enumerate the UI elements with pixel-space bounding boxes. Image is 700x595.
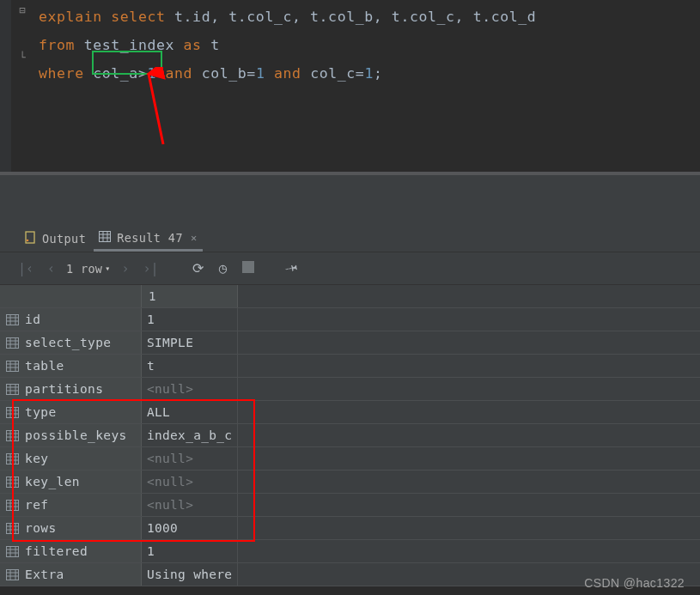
table-icon xyxy=(6,523,19,534)
op-eq-2: = xyxy=(356,65,365,82)
keyword-from: from xyxy=(39,37,75,53)
table-icon xyxy=(6,407,19,418)
table-icon xyxy=(6,384,19,395)
row-header-cell[interactable]: possible_keys xyxy=(0,424,142,446)
row-key-label: type xyxy=(25,405,57,419)
close-icon[interactable]: ✕ xyxy=(191,232,198,244)
row-key-label: rows xyxy=(25,521,57,535)
op-gt: > xyxy=(138,65,148,82)
row-value-cell[interactable]: <null> xyxy=(142,378,238,400)
grid-header-row: 1 xyxy=(0,285,700,308)
row-key-label: id xyxy=(25,313,40,326)
grid-corner-cell[interactable] xyxy=(0,285,142,307)
table-name: test_index xyxy=(84,37,174,53)
row-header-cell[interactable]: Extra xyxy=(0,563,142,586)
cond-col-c: col_c xyxy=(310,65,356,82)
row-value-cell[interactable]: <null> xyxy=(142,471,238,493)
code-line-1[interactable]: explain select t.id, t.col_c, t.col_b, t… xyxy=(6,3,700,31)
watermark: CSDN @hac1322 xyxy=(584,576,685,590)
svg-rect-9 xyxy=(7,314,19,325)
row-key-label: partitions xyxy=(25,382,103,396)
svg-rect-34 xyxy=(7,430,19,440)
grid-toolbar: |‹ ‹ 1 row ▾ › ›| ⟳ ◷ 📌︎ xyxy=(0,252,700,285)
table-row[interactable]: possible_keysindex_a_b_c xyxy=(0,424,700,447)
table-row[interactable]: tablet xyxy=(0,355,700,378)
row-header-cell[interactable]: ref xyxy=(0,494,142,516)
row-header-cell[interactable]: key_len xyxy=(0,471,142,493)
table-row[interactable]: id1 xyxy=(0,308,700,331)
table-row[interactable]: partitions<null> xyxy=(0,378,700,401)
row-value-cell[interactable]: 1000 xyxy=(142,517,238,539)
row-value-cell[interactable]: 1 xyxy=(142,540,238,562)
row-value-cell[interactable]: t xyxy=(142,355,238,377)
table-row[interactable]: select_typeSIMPLE xyxy=(0,331,700,355)
code-line-2[interactable]: from test_index as t xyxy=(6,31,700,59)
select-columns: t.id, t.col_c, t.col_b, t.col_c, t.col_d xyxy=(174,9,536,25)
row-header-cell[interactable]: select_type xyxy=(0,331,142,354)
code-line-3[interactable]: where col_a>1 and col_b=1 and col_c=1; xyxy=(6,59,700,88)
row-header-cell[interactable]: partitions xyxy=(0,378,142,400)
svg-rect-64 xyxy=(7,569,19,580)
table-icon xyxy=(6,546,19,557)
grid-column-header[interactable]: 1 xyxy=(142,285,238,307)
cond-col-a: col_a xyxy=(93,65,138,82)
row-value-cell[interactable]: ALL xyxy=(142,401,238,423)
keyword-as: as xyxy=(184,37,202,53)
row-header-cell[interactable]: id xyxy=(0,308,142,331)
tab-result[interactable]: Result 47 ✕ xyxy=(94,228,202,252)
svg-rect-19 xyxy=(7,361,19,371)
row-header-cell[interactable]: table xyxy=(0,355,142,377)
table-icon xyxy=(6,314,19,325)
first-page-icon[interactable]: |‹ xyxy=(15,259,36,278)
pin-icon[interactable]: 📌︎ xyxy=(282,258,302,278)
table-icon xyxy=(6,500,19,511)
refresh-icon[interactable]: ⟳ xyxy=(189,258,207,278)
row-value-cell[interactable]: index_a_b_c xyxy=(142,424,238,446)
clock-refresh-icon[interactable]: ◷ xyxy=(216,258,231,278)
next-page-icon[interactable]: › xyxy=(119,259,132,278)
row-header-cell[interactable]: filtered xyxy=(0,540,142,562)
sql-editor[interactable]: ⊟ └ explain select t.id, t.col_c, t.col_… xyxy=(0,0,700,172)
row-key-label: key_len xyxy=(25,475,80,489)
keyword-and-1: and xyxy=(166,65,193,82)
row-header-cell[interactable]: key xyxy=(0,447,142,470)
keyword-where: where xyxy=(39,65,84,82)
row-value-cell[interactable]: SIMPLE xyxy=(142,331,238,354)
row-key-label: key xyxy=(25,452,48,465)
spacer xyxy=(0,175,700,227)
table-row[interactable]: ref<null> xyxy=(0,494,700,517)
svg-rect-29 xyxy=(7,407,19,417)
grid-icon xyxy=(99,231,111,245)
stop-icon[interactable] xyxy=(239,258,258,278)
row-key-label: filtered xyxy=(25,544,88,558)
table-row[interactable]: rows1000 xyxy=(0,517,700,540)
tab-output[interactable]: Output xyxy=(19,228,91,251)
row-header-cell[interactable]: rows xyxy=(0,517,142,539)
prev-page-icon[interactable]: ‹ xyxy=(45,259,58,278)
table-row[interactable]: typeALL xyxy=(0,401,700,424)
literal-1a: 1 xyxy=(147,65,156,82)
tab-output-label: Output xyxy=(42,232,86,246)
rows-dropdown[interactable]: 1 row ▾ xyxy=(66,262,110,276)
row-key-label: table xyxy=(25,359,64,373)
last-page-icon[interactable]: ›| xyxy=(141,259,161,278)
row-header-cell[interactable]: type xyxy=(0,401,142,423)
literal-1b: 1 xyxy=(256,65,265,82)
row-key-label: ref xyxy=(25,498,48,512)
table-row[interactable]: filtered1 xyxy=(0,540,700,563)
table-icon xyxy=(6,453,19,464)
table-row[interactable]: key<null> xyxy=(0,447,700,471)
literal-1c: 1 xyxy=(364,65,374,82)
svg-rect-4 xyxy=(100,232,111,242)
row-value-cell[interactable]: <null> xyxy=(142,494,238,516)
table-row[interactable]: key_len<null> xyxy=(0,471,700,494)
row-value-cell[interactable]: <null> xyxy=(142,447,238,470)
row-value-cell[interactable]: Using where xyxy=(142,563,238,586)
svg-rect-14 xyxy=(7,337,19,348)
row-key-label: select_type xyxy=(25,336,111,349)
rows-count-label: 1 row xyxy=(66,262,102,276)
table-icon xyxy=(6,337,19,349)
op-eq-1: = xyxy=(247,65,256,82)
row-value-cell[interactable]: 1 xyxy=(142,308,238,331)
keyword-and-2: and xyxy=(274,65,301,82)
